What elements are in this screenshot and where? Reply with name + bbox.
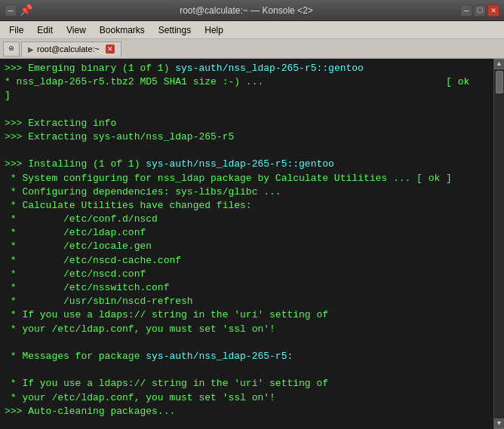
maximize-button[interactable]: □ — [474, 5, 486, 17]
menu-view[interactable]: View — [60, 23, 92, 37]
terminal-line: * Calculate Utilities have changed files… — [5, 199, 489, 213]
terminal-line: * /usr/sbin/nscd-refresh — [5, 295, 489, 308]
menu-bar: File Edit View Bookmarks Settings Help — [0, 21, 504, 39]
terminal-content[interactable]: >>> Emerging binary (1 of 1) sys-auth/ns… — [0, 59, 493, 429]
menu-bookmarks[interactable]: Bookmarks — [94, 23, 151, 37]
close-button[interactable]: ✕ — [487, 5, 499, 17]
title-bar: — 📌 root@calculate:~ — Konsole <2> — □ ✕ — [0, 0, 504, 21]
terminal-line: * If you use a ldaps:// string in the 'u… — [5, 308, 489, 322]
terminal-line: * your /etc/ldap.conf, you must set 'ssl… — [5, 391, 489, 405]
terminal-line: * /etc/ldap.conf — [5, 226, 489, 240]
tab-terminal[interactable]: ▶ root@calculate:~ ✕ — [21, 41, 121, 57]
terminal-line: ] — [5, 89, 489, 103]
menu-edit[interactable]: Edit — [31, 23, 59, 37]
terminal-line: * your /etc/ldap.conf, you must set 'ssl… — [5, 323, 489, 336]
tab-label: root@calculate:~ — [37, 44, 100, 54]
terminal-line — [5, 103, 489, 117]
terminal-line: * If you use a ldaps:// string in the 'u… — [5, 377, 489, 391]
tab-close-button[interactable]: ✕ — [106, 44, 115, 54]
menu-settings[interactable]: Settings — [152, 23, 197, 37]
new-tab-button[interactable]: ⊕ — [3, 41, 20, 57]
terminal-line: >>> Installing (1 of 1) sys-auth/nss_lda… — [5, 158, 489, 171]
pin-icon[interactable]: 📌 — [20, 4, 32, 17]
terminal-line — [5, 336, 489, 350]
tab-bar: ⊕ ▶ root@calculate:~ ✕ — [0, 39, 504, 59]
terminal-line — [5, 363, 489, 377]
terminal-line: >>> Emerging binary (1 of 1) sys-auth/ns… — [5, 62, 489, 75]
terminal-line: * Messages for package sys-auth/nss_ldap… — [5, 350, 489, 363]
scroll-down-button[interactable]: ▼ — [494, 418, 505, 429]
terminal-line: >>> Auto-cleaning packages... — [5, 405, 489, 418]
scroll-track[interactable] — [494, 69, 504, 418]
terminal-line: * /etc/nscd.conf — [5, 268, 489, 281]
menu-help[interactable]: Help — [198, 23, 229, 37]
terminal-line: * Configuring dependencies: sys-libs/gli… — [5, 185, 489, 199]
title-bar-left: — 📌 — [5, 4, 32, 17]
window-controls: — □ ✕ — [460, 5, 499, 17]
terminal-line: >>> Extracting sys-auth/nss_ldap-265-r5 — [5, 130, 489, 144]
terminal-line: * nss_ldap-265-r5.tbz2 MD5 SHA1 size :-)… — [5, 75, 489, 89]
terminal-line: * /etc/conf.d/nscd — [5, 213, 489, 226]
terminal-tab-icon: ▶ — [28, 45, 34, 54]
terminal-wrapper: >>> Emerging binary (1 of 1) sys-auth/ns… — [0, 59, 504, 429]
terminal-line: * /etc/nsswitch.conf — [5, 281, 489, 295]
terminal-line — [5, 418, 489, 429]
terminal-line: * /etc/locale.gen — [5, 240, 489, 253]
minimize-button-right[interactable]: — — [460, 5, 472, 17]
scroll-thumb[interactable] — [496, 71, 503, 93]
scrollbar[interactable]: ▲ ▼ — [493, 59, 504, 429]
terminal-line: * System configuring for nss_ldap packag… — [5, 172, 489, 185]
window-title: root@calculate:~ — Konsole <2> — [32, 5, 460, 16]
minimize-button[interactable]: — — [5, 5, 17, 17]
terminal-line: >>> Extracting info — [5, 117, 489, 130]
menu-file[interactable]: File — [3, 23, 29, 37]
terminal-line: * /etc/nscd-cache.conf — [5, 254, 489, 268]
terminal-line — [5, 144, 489, 158]
scroll-up-button[interactable]: ▲ — [494, 59, 505, 69]
